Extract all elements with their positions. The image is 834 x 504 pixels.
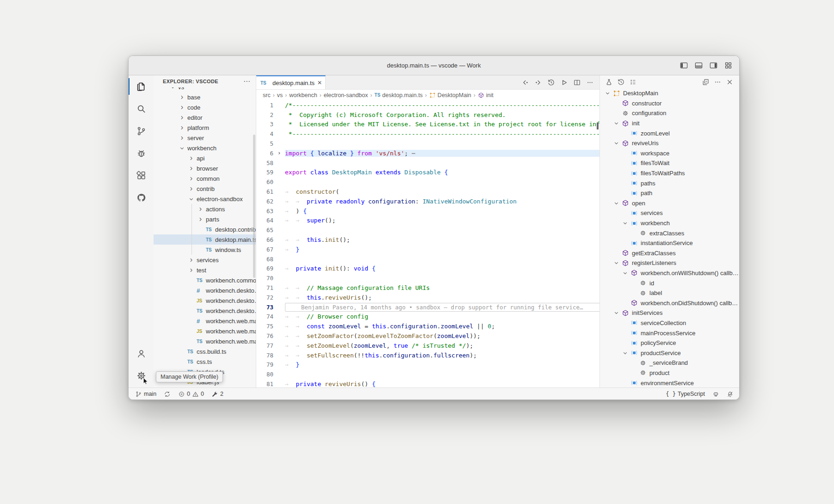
explorer-item-workbench-deskto-[interactable]: TSworkbench.deskto… <box>154 306 256 316</box>
next-change-icon[interactable] <box>534 79 542 86</box>
outline-item-desktopmain[interactable]: DesktopMain <box>600 88 739 98</box>
code-line-76[interactable]: 76→ → setZoomFactor(zoomLevelToZoomFacto… <box>256 331 599 341</box>
explorer-scrollbar[interactable] <box>253 135 255 278</box>
code-line-73[interactable]: 73Benjamin Pasero, 14 months ago • sandb… <box>256 302 599 312</box>
code-line-1[interactable]: 1/*-------------------------------------… <box>256 100 599 110</box>
activity-github[interactable] <box>129 186 154 209</box>
explorer-item-workbench-web-ma-[interactable]: #workbench.web.ma… <box>154 316 256 326</box>
outline-item-filestowait[interactable]: filesToWait <box>600 158 739 168</box>
explorer-item-base[interactable]: base <box>154 92 256 102</box>
code-line-63[interactable]: 63→ ) { <box>256 206 599 216</box>
code-line-74[interactable]: 74→ → // Browser config <box>256 312 599 322</box>
collapse-all-icon[interactable] <box>702 78 710 86</box>
outline-item-workspace[interactable]: workspace <box>600 148 739 159</box>
code-line-60[interactable]: 60 <box>256 177 599 187</box>
outline-item-workbench-ondidshutdown-callb-[interactable]: workbench.onDidShutdown() callb… <box>600 298 739 308</box>
outline-item-workbench-onwillshutdown-callb-[interactable]: workbench.onWillShutdown() callb… <box>600 268 739 278</box>
activity-run-and-debug[interactable] <box>129 142 154 164</box>
breadcrumb-item-workbench[interactable]: workbench <box>289 92 317 98</box>
explorer-item-desktop-main-ts[interactable]: TSdesktop.main.ts <box>154 234 256 245</box>
explorer-item-contrib[interactable]: contrib <box>154 184 256 194</box>
code-line-67[interactable]: 67→ } <box>256 245 599 254</box>
code-line-5[interactable]: 5 <box>256 139 599 148</box>
sync-status[interactable] <box>164 391 171 398</box>
explorer-item-desktop-contrib-[interactable]: TSdesktop.contrib… <box>154 224 256 234</box>
split-editor-icon[interactable] <box>573 79 581 86</box>
outline-item-getextraclasses[interactable]: getExtraClasses <box>600 248 739 258</box>
code-line-68[interactable]: 68 <box>256 254 599 264</box>
code-line-69[interactable]: 69→ private init(): void { <box>256 264 599 274</box>
timeline-icon[interactable] <box>547 79 555 86</box>
code-line-71[interactable]: 71→ → // Massage configuration file URIs <box>256 283 599 293</box>
tasks-status[interactable]: 2 <box>211 391 223 398</box>
title-bar[interactable]: desktop.main.ts — vscode — Work <box>129 56 739 75</box>
activity-accounts[interactable] <box>129 342 154 364</box>
explorer-item-workbench[interactable]: workbench <box>154 143 256 153</box>
breadcrumb-item-init[interactable]: init <box>478 92 494 98</box>
code-line-6[interactable]: 6›import { localize } from 'vs/nls'; ⋯ <box>256 148 599 158</box>
outline-item-productservice[interactable]: productService <box>600 348 739 358</box>
outline-item-zoomlevel[interactable]: zoomLevel <box>600 128 739 138</box>
toggle-secondary-sidebar-icon[interactable] <box>709 61 718 70</box>
code-line-58[interactable]: 58 <box>256 158 599 168</box>
code-line-72[interactable]: 72→ → this.reviveUris(); <box>256 293 599 302</box>
explorer-more-actions-icon[interactable]: ⋯ <box>243 79 250 84</box>
fold-chevron-icon[interactable]: › <box>278 150 285 156</box>
timeline-view-icon[interactable] <box>617 78 625 86</box>
code-line-59[interactable]: 59export class DesktopMain extends Dispo… <box>256 168 599 178</box>
explorer-item-css-ts[interactable]: TScss.ts <box>154 356 256 367</box>
breadcrumb-item-desktop-main-ts[interactable]: TSdesktop.main.ts <box>375 92 423 98</box>
outline-item-workbench[interactable]: workbench <box>600 218 739 228</box>
tab-desktop-main-ts[interactable]: TS desktop.main.ts ✕ <box>256 75 326 89</box>
explorer-item-workbench-commo-[interactable]: TSworkbench.commo… <box>154 275 256 285</box>
close-icon[interactable]: ✕ <box>317 80 322 86</box>
outline-item-product[interactable]: product <box>600 368 739 378</box>
explorer-item-workbench-web-ma-[interactable]: TSworkbench.web.ma… <box>154 336 256 346</box>
explorer-item-window-ts[interactable]: TSwindow.ts <box>154 245 256 255</box>
outline-item-path[interactable]: path <box>600 188 739 198</box>
code-editor[interactable]: 1/*-------------------------------------… <box>256 100 599 387</box>
code-line-4[interactable]: 4 *-------------------------------------… <box>256 129 599 139</box>
outline-item-label[interactable]: label <box>600 288 739 298</box>
testing-icon[interactable] <box>605 78 613 86</box>
outline-item-paths[interactable]: paths <box>600 178 739 188</box>
explorer-item-common[interactable]: common <box>154 173 256 184</box>
outline-item-mainprocessservice[interactable]: mainProcessService <box>600 328 739 338</box>
outline-item-constructor[interactable]: constructor <box>600 98 739 109</box>
outline-item-environmentservice[interactable]: environmentService <box>600 378 739 387</box>
explorer-item-browser[interactable]: browser <box>154 163 256 173</box>
code-line-64[interactable]: 64→ → super(); <box>256 216 599 226</box>
toggle-panel-icon[interactable] <box>694 61 703 70</box>
activity-extensions[interactable] <box>129 164 154 186</box>
breadcrumb-item-vs[interactable]: vs <box>277 92 283 98</box>
customize-layout-icon[interactable] <box>724 61 733 70</box>
explorer-item-test[interactable]: test <box>154 265 256 275</box>
code-line-3[interactable]: 3 * Licensed under the MIT License. See … <box>256 120 599 129</box>
outline-item-open[interactable]: open <box>600 198 739 209</box>
outline-item-reviveuris[interactable]: reviveUris <box>600 138 739 148</box>
breadcrumb-item-desktopmain[interactable]: DesktopMain <box>429 92 471 98</box>
activity-explorer[interactable] <box>129 75 154 98</box>
code-line-80[interactable]: 80 <box>256 369 599 379</box>
outline-item-filestowaitpaths[interactable]: filesToWaitPaths <box>600 168 739 178</box>
outline-item--servicebrand[interactable]: _serviceBrand <box>600 358 739 368</box>
explorer-item-editor[interactable]: editor <box>154 112 256 123</box>
problems-status[interactable]: 00 <box>178 391 204 398</box>
outline-item-registerlisteners[interactable]: registerListeners <box>600 258 739 268</box>
outline-item-services[interactable]: services <box>600 208 739 218</box>
outline-item-extraclasses[interactable]: extraClasses <box>600 228 739 238</box>
breadcrumb-item-electron-sandbox[interactable]: electron-sandbox <box>324 92 368 98</box>
outline-item-initservices[interactable]: initServices <box>600 308 739 318</box>
code-line-81[interactable]: 81→ private reviveUris() { <box>256 379 599 387</box>
previous-change-icon[interactable] <box>521 79 529 86</box>
more-actions-icon[interactable] <box>714 78 722 86</box>
code-line-70[interactable]: 70 <box>256 273 599 283</box>
activity-manage[interactable] <box>129 364 154 387</box>
outline-item-init[interactable]: init <box>600 118 739 129</box>
toggle-primary-sidebar-icon[interactable] <box>680 61 688 70</box>
breadcrumb-item-src[interactable]: src <box>263 92 271 98</box>
code-line-78[interactable]: 78→ → setFullscreen(!!this.configuration… <box>256 350 599 360</box>
activity-source-control[interactable] <box>129 120 154 142</box>
code-line-79[interactable]: 79→ } <box>256 360 599 370</box>
code-line-75[interactable]: 75→ → const zoomLevel = this.configurati… <box>256 321 599 331</box>
